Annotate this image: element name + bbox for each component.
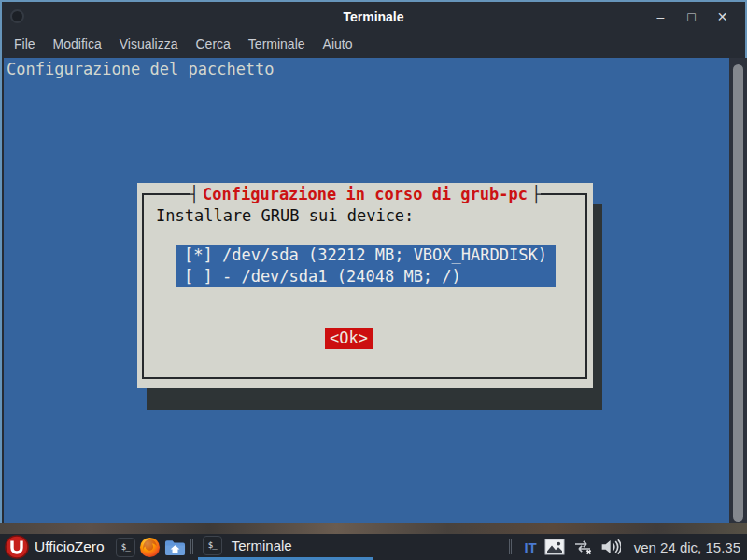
network-disconnected-icon[interactable]: [572, 539, 593, 555]
task-button-label: Terminale: [232, 538, 292, 553]
menu-visualizza[interactable]: Visualizza: [120, 36, 178, 51]
device-option-list: [*] /dev/sda (32212 MB; VBOX_HARDDISK) […: [176, 245, 556, 287]
terminal-header-line: Configurazione del pacchetto: [4, 58, 747, 78]
screenshot-icon[interactable]: [544, 539, 565, 555]
device-option-sda1[interactable]: [ ] - /dev/sda1 (24048 MB; /): [176, 266, 556, 287]
taskbar: UfficioZero $_ $_ Terminale IT: [0, 534, 747, 560]
terminal-screen[interactable]: Configurazione del pacchetto ┤Configuraz…: [4, 58, 747, 525]
titlebar: Terminale – □ ✕: [2, 2, 745, 31]
grub-config-dialog: ┤Configurazione in corso di grub-pc├ Ins…: [137, 183, 593, 388]
desktop: Terminale – □ ✕ File Modifica Visualizza…: [0, 0, 747, 560]
menubar: File Modifica Visualizza Cerca Terminale…: [2, 31, 745, 56]
menu-aiuto[interactable]: Aiuto: [323, 36, 353, 51]
system-tray: IT ven 24 dic, 15.35: [504, 539, 743, 555]
tray-separator: [509, 539, 512, 554]
close-icon[interactable]: ✕: [707, 9, 738, 24]
taskbar-separator: [190, 539, 193, 554]
terminal-task-icon: $_: [203, 536, 222, 555]
frame-tick-right: ├: [531, 185, 541, 203]
window-app-icon: [10, 9, 24, 23]
menu-terminale[interactable]: Terminale: [248, 36, 305, 51]
window-title: Terminale: [2, 9, 745, 24]
scrollbar-thumb[interactable]: [733, 64, 743, 522]
frame-tick-left: ┤: [190, 185, 199, 203]
window-controls: – □ ✕: [645, 2, 738, 31]
terminal-window: Terminale – □ ✕ File Modifica Visualizza…: [0, 0, 747, 525]
dialog-title-row: ┤Configurazione in corso di grub-pc├: [137, 184, 593, 204]
maximize-icon[interactable]: □: [676, 9, 707, 24]
ufficiozero-logo-icon[interactable]: [5, 535, 29, 559]
terminal-launcher-icon[interactable]: $_: [116, 538, 135, 557]
menu-cerca[interactable]: Cerca: [195, 36, 230, 51]
volume-icon[interactable]: [600, 539, 621, 555]
ok-button[interactable]: <Ok>: [325, 328, 373, 349]
file-manager-icon[interactable]: [164, 537, 186, 558]
menu-file[interactable]: File: [14, 36, 35, 51]
dialog-title: Configurazione in corso di grub-pc: [199, 185, 531, 203]
menu-modifica[interactable]: Modifica: [53, 36, 102, 51]
minimize-icon[interactable]: –: [645, 9, 676, 24]
clock[interactable]: ven 24 dic, 15.35: [634, 539, 740, 555]
terminal-scrollbar[interactable]: [729, 58, 747, 525]
firefox-icon[interactable]: [139, 537, 161, 558]
task-button-terminale[interactable]: $_ Terminale: [198, 534, 374, 560]
launcher-label[interactable]: UfficioZero: [35, 539, 105, 555]
device-option-sda[interactable]: [*] /dev/sda (32212 MB; VBOX_HARDDISK): [176, 245, 556, 266]
dialog-prompt: Installare GRUB sui device:: [156, 206, 414, 225]
keyboard-layout-indicator[interactable]: IT: [524, 539, 536, 555]
